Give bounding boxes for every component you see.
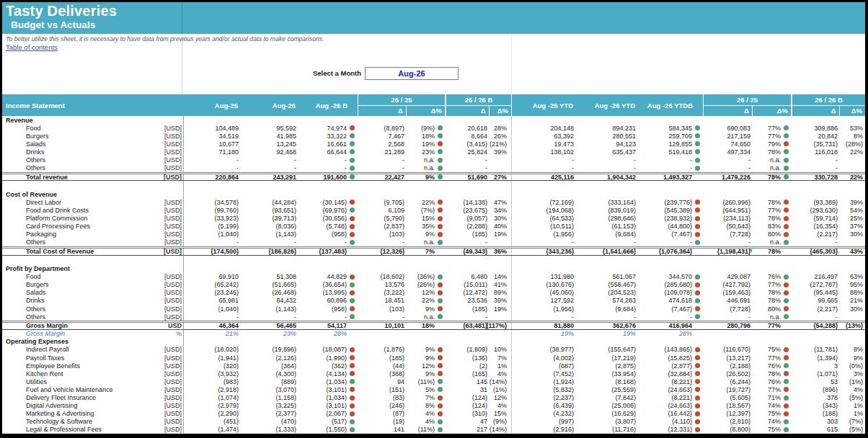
cell-ytd-deltapct-26b[interactable]: 22%: [839, 148, 866, 156]
cell-ytd25[interactable]: (997): [512, 418, 575, 426]
cell-ytd-delta-26b[interactable]: 309,886: [792, 124, 839, 132]
row-unit[interactable]: [USD]: [157, 418, 184, 426]
cell-ytd26[interactable]: 894,231: [575, 124, 637, 132]
cell-ytdb[interactable]: (238,932): [637, 215, 694, 223]
cell-delta-25[interactable]: 2,568: [358, 140, 406, 148]
cell-ytd26[interactable]: 280,551: [575, 132, 637, 140]
cell-ytd-delta-25[interactable]: (7,728): [703, 305, 752, 313]
cell-ytd-delta-25[interactable]: 690,083: [703, 124, 752, 132]
row-label[interactable]: Operating Expenses: [2, 338, 157, 346]
cell-aug25[interactable]: (1,074): [184, 394, 240, 402]
cell-delta-25[interactable]: (87): [358, 410, 406, 418]
cell-deltapct-26b[interactable]: 15%: [489, 410, 512, 418]
cell-ytdb[interactable]: 1,493,327: [637, 174, 694, 181]
cell-aug26b[interactable]: (30,145): [298, 198, 348, 206]
cell-ytd25[interactable]: [512, 190, 575, 198]
cell-delta-25[interactable]: (185): [358, 354, 406, 362]
cell-ytd25[interactable]: 425,116: [512, 174, 575, 181]
row-label[interactable]: Employee Benefits: [2, 362, 157, 370]
row-unit[interactable]: [USD]: [157, 426, 184, 434]
cell-aug25[interactable]: -: [184, 164, 240, 172]
cell-deltapct-26b[interactable]: (14%): [489, 426, 512, 434]
cell-ytd-deltapct-26b[interactable]: [839, 338, 866, 346]
cell-aug26b[interactable]: 74,974: [298, 124, 348, 132]
cell-deltapct-25[interactable]: 9%: [406, 174, 436, 181]
row-label[interactable]: Others: [2, 305, 157, 313]
cell-aug26[interactable]: (364): [240, 362, 298, 370]
cell-deltapct-26b[interactable]: [489, 330, 512, 338]
cell-delta-25[interactable]: 18,451: [358, 297, 406, 305]
cell-deltapct-26b[interactable]: 34%: [489, 206, 512, 214]
cell-aug26[interactable]: 84,432: [240, 297, 298, 305]
cell-aug25[interactable]: -: [184, 313, 240, 321]
cell-delta-25[interactable]: [358, 116, 406, 124]
cell-ytdb[interactable]: 129,855: [637, 140, 694, 148]
cell-delta-26b[interactable]: 8,664: [446, 132, 489, 140]
cell-ytd25[interactable]: (687): [512, 362, 575, 370]
cell-ytd26[interactable]: (298,646): [575, 215, 637, 223]
cell-ytd-deltapct-26b[interactable]: 39%: [839, 198, 866, 206]
cell-deltapct-25[interactable]: 23%: [406, 148, 436, 156]
cell-ytd-delta-26b[interactable]: -: [792, 156, 839, 164]
cell-deltapct-26b[interactable]: [489, 338, 512, 346]
cell-ytd-delta-25[interactable]: -: [703, 164, 752, 172]
cell-ytd-deltapct-26b[interactable]: 43%: [839, 249, 866, 255]
cell-ytd26[interactable]: (9,684): [575, 231, 637, 238]
cell-ytd-delta-25[interactable]: (13,217): [703, 354, 752, 362]
cell-ytd-deltapct-26b[interactable]: (13%): [839, 323, 866, 329]
cell-delta-26b[interactable]: -: [446, 156, 489, 164]
row-label[interactable]: Payroll Taxes: [2, 354, 157, 362]
cell-ytd-delta-25[interactable]: (1,198,431): [703, 249, 752, 255]
cell-ytd25[interactable]: 63,392: [512, 132, 575, 140]
cell-aug26b[interactable]: [298, 338, 348, 346]
cell-ytd-deltapct-26b[interactable]: [839, 265, 866, 273]
cell-ytd26[interactable]: 94,123: [575, 140, 637, 148]
cell-delta-26b[interactable]: 217: [446, 426, 489, 434]
cell-aug26[interactable]: (2,377): [240, 410, 298, 418]
cell-aug26[interactable]: (186,826): [240, 249, 298, 255]
cell-ytdb[interactable]: -: [637, 313, 694, 321]
cell-deltapct-26b[interactable]: 41%: [489, 281, 512, 289]
row-unit[interactable]: [USD]: [157, 297, 184, 305]
row-unit[interactable]: [USD]: [157, 206, 184, 214]
row-label[interactable]: Total Cost of Revenue: [2, 249, 157, 255]
cell-ytd-delta-26b[interactable]: 20,842: [792, 132, 839, 140]
cell-delta-25[interactable]: 6,109: [358, 206, 406, 214]
cell-delta-26b[interactable]: 25,824: [446, 148, 489, 156]
cell-aug25[interactable]: (2,918): [184, 385, 240, 393]
cell-ytd-deltapct-25[interactable]: 71%: [752, 394, 782, 402]
cell-deltapct-25[interactable]: 9%: [406, 354, 436, 362]
cell-aug26b[interactable]: (1,034): [298, 377, 348, 385]
row-label[interactable]: Others: [2, 164, 157, 172]
cell-aug25[interactable]: 71,180: [184, 148, 240, 156]
row-label[interactable]: Utilities: [2, 377, 157, 385]
cell-delta-25[interactable]: (19): [358, 418, 406, 426]
cell-aug25[interactable]: (3,932): [184, 370, 240, 377]
cell-ytd-delta-25[interactable]: (26,502): [703, 370, 752, 377]
cell-aug25[interactable]: (33,923): [184, 215, 240, 223]
cell-ytd-deltapct-25[interactable]: n.a.: [752, 238, 782, 246]
cell-delta-26b[interactable]: (49,343): [446, 249, 489, 255]
cell-ytd-deltapct-26b[interactable]: 1%: [839, 410, 866, 418]
cell-deltapct-26b[interactable]: [489, 164, 512, 172]
cell-aug26b[interactable]: (2,067): [298, 410, 348, 418]
row-label[interactable]: Others: [2, 238, 157, 246]
cell-ytd25[interactable]: (1,924): [512, 377, 575, 385]
row-unit[interactable]: %: [157, 330, 184, 338]
cell-ytd-deltapct-25[interactable]: 77%: [752, 124, 782, 132]
cell-aug26[interactable]: (3,070): [240, 385, 298, 393]
cell-ytd-deltapct-26b[interactable]: 1%: [839, 402, 866, 410]
cell-delta-26b[interactable]: 51,690: [446, 174, 489, 181]
cell-aug26[interactable]: 13,245: [240, 140, 298, 148]
cell-ytd25[interactable]: 204,148: [512, 124, 575, 132]
cell-aug26b[interactable]: -: [298, 313, 348, 321]
cell-delta-26b[interactable]: (9,057): [446, 215, 489, 223]
cell-aug25[interactable]: 220,864: [184, 174, 240, 181]
cell-ytd-delta-25[interactable]: [703, 190, 752, 198]
cell-ytdb[interactable]: (24,663): [637, 402, 694, 410]
cell-delta-25[interactable]: (9,705): [358, 198, 406, 206]
cell-aug26[interactable]: 56,465: [240, 323, 298, 329]
cell-aug25[interactable]: (5,199): [184, 223, 240, 231]
cell-deltapct-25[interactable]: 9%: [406, 231, 436, 238]
cell-aug26b[interactable]: [298, 190, 348, 198]
